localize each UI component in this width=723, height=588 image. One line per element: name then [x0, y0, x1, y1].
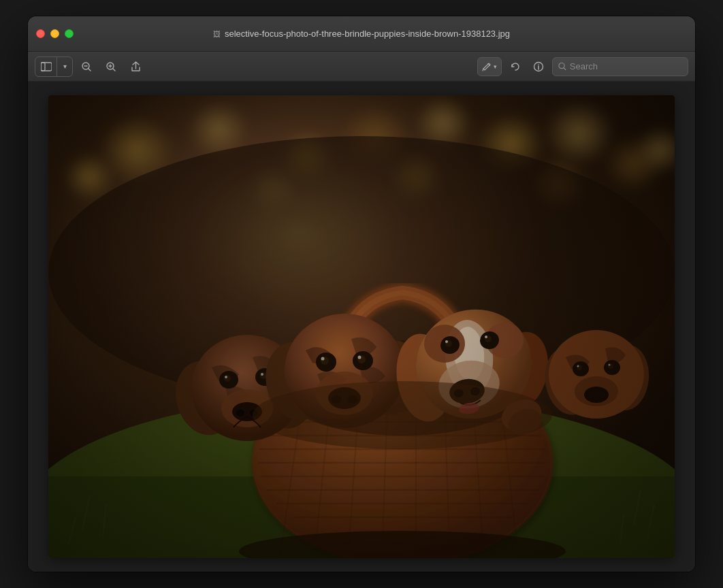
close-button[interactable] [36, 29, 45, 38]
photo-canvas [48, 95, 675, 558]
chevron-down-icon: ▾ [63, 63, 67, 70]
share-button[interactable] [125, 57, 146, 76]
zoom-out-button[interactable] [76, 57, 97, 76]
window-title-area: 🖼 selective-focus-photo-of-three-brindle… [213, 29, 510, 39]
toolbar-right: ▾ [477, 57, 688, 76]
maximize-button[interactable] [65, 29, 74, 38]
title-bar: 🖼 selective-focus-photo-of-three-brindle… [28, 16, 695, 52]
search-input[interactable] [570, 61, 682, 71]
sidebar-chevron-button[interactable]: ▾ [57, 57, 72, 76]
search-icon [558, 62, 566, 71]
app-window: 🖼 selective-focus-photo-of-three-brindle… [28, 16, 695, 572]
rotate-button[interactable] [506, 57, 525, 76]
zoom-in-button[interactable] [100, 57, 122, 76]
chevron-down-icon: ▾ [494, 63, 497, 70]
svg-point-13 [538, 64, 539, 65]
toolbar: ▾ [28, 52, 695, 82]
photo-display [48, 95, 675, 558]
sidebar-toggle-button[interactable] [35, 57, 57, 76]
svg-rect-120 [48, 95, 675, 558]
svg-rect-0 [41, 63, 45, 71]
svg-line-9 [483, 69, 483, 71]
svg-line-15 [564, 68, 566, 70]
annotate-button[interactable]: ▾ [477, 57, 502, 76]
sidebar-toggle-group: ▾ [35, 56, 73, 77]
info-button[interactable] [529, 57, 548, 76]
search-box[interactable] [552, 57, 688, 76]
traffic-lights [36, 29, 74, 38]
file-icon: 🖼 [213, 30, 221, 38]
svg-line-4 [89, 69, 91, 71]
minimize-button[interactable] [50, 29, 59, 38]
image-container [28, 82, 695, 572]
svg-rect-1 [41, 63, 52, 71]
window-title: selective-focus-photo-of-three-brindle-p… [225, 29, 510, 39]
svg-line-8 [113, 69, 115, 71]
